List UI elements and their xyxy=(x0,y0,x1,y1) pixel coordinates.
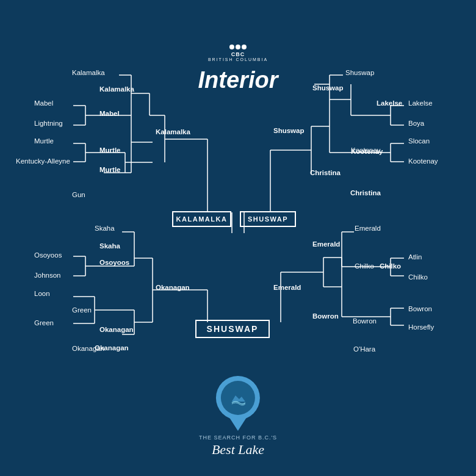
team-murtle-r2b: Murtle xyxy=(99,166,121,173)
team-lakelse-r1a: Lakelse xyxy=(408,99,433,107)
team-slocan-r1a: Slocan xyxy=(408,137,430,145)
winner-box-shuswap-top: SHUSWAP xyxy=(240,211,296,227)
winner-box-kalamalka: KALAMALKA xyxy=(172,211,231,227)
team-green-r1a: Green xyxy=(72,306,92,314)
winner-box-shuswap-final: SHUSWAP xyxy=(195,320,270,338)
team-skaha-r2a: Skaha xyxy=(99,242,120,250)
team-kootenay-r1a: Kootenay xyxy=(408,157,438,165)
team-emerald-r1a: Emerald xyxy=(355,225,381,232)
team-emerald-r3a: Emerald xyxy=(273,284,301,291)
team-horsefly-r1a: Horsefly xyxy=(408,323,434,331)
bottom-logo: THE SEARCH FOR B.C.'S Best Lake xyxy=(199,376,277,458)
team-green-r1b: Green xyxy=(34,319,54,326)
team-kalamalka-r2a: Kalamalka xyxy=(99,85,134,93)
team-johnson-r1a: Johnson xyxy=(34,272,60,279)
team-mabel-r1a: Mabel xyxy=(34,99,53,107)
team-christina-r2a: Christina xyxy=(310,169,341,176)
team-okanagan-r3a: Okanagan xyxy=(156,284,190,291)
team-christina-r3a: Christina xyxy=(350,189,381,197)
main-container: { "header": { "cbc_label": "CBC", "bc_la… xyxy=(0,0,476,476)
team-bowron-r1b: Bowron xyxy=(353,317,377,325)
team-murtle-r2a: Murtle xyxy=(99,146,121,154)
team-okanagan-r2a: Okanagan xyxy=(99,326,134,333)
team-emerald-r2a: Emerald xyxy=(312,240,340,248)
cbc-logo: CBC BRITISH COLUMBIA xyxy=(208,44,268,62)
team-osoyoos-r1a: Osoyoos xyxy=(34,251,62,259)
team-osoyoos-r2a: Osoyoos xyxy=(99,259,129,266)
team-kentucky-r1a: Kentucky-Alleyne xyxy=(16,157,70,165)
page-title: Interior xyxy=(198,67,278,93)
team-murtle-r1a: Murtle xyxy=(34,137,54,145)
team-skaha-r1a: Skaha xyxy=(95,225,115,232)
team-atlin-r1a: Atlin xyxy=(408,253,422,261)
team-lakelse-r2a: Lakelse xyxy=(377,99,402,107)
team-bowron-r1a: Bowron xyxy=(408,305,432,312)
team-mabel-r2a: Mabel xyxy=(99,110,120,117)
team-lightning-r1a: Lightning xyxy=(34,120,63,127)
team-kalamalka-r1a: Kalamalka xyxy=(72,69,105,76)
team-boya-r1a: Boya xyxy=(408,120,424,127)
team-gun-r1a: Gun xyxy=(72,191,85,198)
team-kalamalka-r3a: Kalamalka xyxy=(156,128,190,135)
team-chilko-r1b: Chilko xyxy=(355,262,374,270)
team-shuswap-r2a: Shuswap xyxy=(312,84,343,92)
team-bowron-r2a: Bowron xyxy=(312,312,339,320)
team-ohara-r2a: O'Hara xyxy=(353,345,375,353)
team-chilko-r2a: Chilko xyxy=(380,262,401,270)
team-okanagan-r2b: Okanagan xyxy=(95,344,129,352)
tagline: THE SEARCH FOR B.C.'S xyxy=(199,435,277,441)
team-shuswap-r1a: Shuswap xyxy=(345,69,374,76)
bc-label: BRITISH COLUMBIA xyxy=(208,57,268,62)
cbc-label: CBC xyxy=(208,51,268,57)
team-shuswap-r3a: Shuswap xyxy=(273,127,304,134)
team-chilko-r1a: Chilko xyxy=(408,273,428,281)
team-loon-r1a: Loon xyxy=(34,290,50,297)
team-kootenay-r2a: Kootenay xyxy=(351,148,383,155)
best-lake: Best Lake xyxy=(199,442,277,458)
